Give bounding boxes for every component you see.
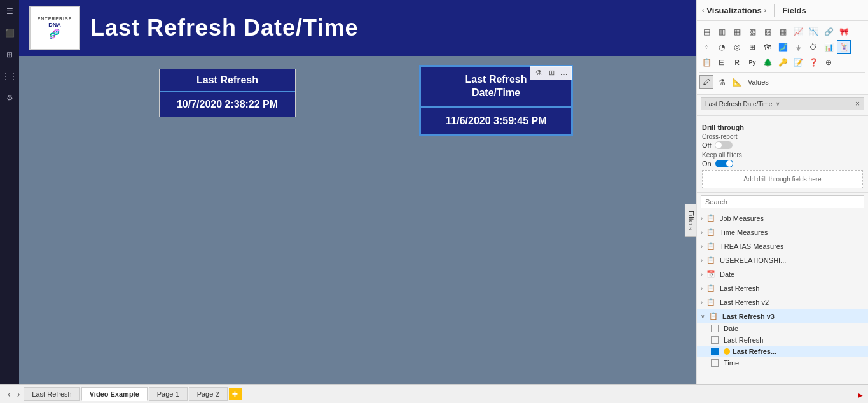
viz-ribbon[interactable]: 🎀 — [837, 25, 851, 39]
chevron-icon: › — [701, 299, 703, 306]
viz-clustered-bar[interactable]: ▥ — [715, 25, 729, 39]
right-panel: ‹ Visualizations › Fields ▤ ▥ ▦ ▧ ▨ ▩ 📈 … — [696, 0, 868, 384]
viz-r-visual[interactable]: R — [730, 55, 744, 69]
field-checkbox-date[interactable] — [711, 325, 719, 332]
viz-matrix[interactable]: ⊟ — [715, 55, 729, 69]
table-icon: 📋 — [706, 214, 715, 222]
tab-add-button[interactable]: + — [229, 388, 242, 400]
field-item-date[interactable]: Date — [697, 323, 868, 334]
field-checkbox-last-refresh[interactable] — [711, 336, 719, 344]
viz-scatter[interactable]: ⁘ — [699, 40, 713, 54]
chevron-icon: › — [701, 257, 703, 264]
viz-stacked-bar[interactable]: ▤ — [699, 25, 713, 39]
field-group-label: Last Refresh v3 — [722, 313, 775, 320]
field-group-header-time-measures[interactable]: › 📋 Time Measures — [697, 225, 868, 239]
left-sidebar: ☰ ⬛ ⊞ ⋮⋮ ⚙ — [0, 0, 19, 384]
viz-custom[interactable]: ⊕ — [822, 55, 836, 69]
keep-filters-toggle[interactable] — [715, 160, 733, 167]
card-last-refresh-header: Last Refresh — [160, 69, 295, 91]
field-group-header-last-refresh-v2[interactable]: › 📋 Last Refresh v2 — [697, 295, 868, 309]
filters-tab[interactable]: Filters — [685, 204, 696, 237]
field-group-header-userelationship[interactable]: › 📋 USERELATIONSHI... — [697, 253, 868, 267]
value-chip[interactable]: Last Refresh Date/Time ∨ × — [701, 97, 864, 110]
keep-filters-toggle-row: On — [702, 160, 863, 167]
fields-search-input[interactable] — [701, 195, 864, 208]
viz-treemap[interactable]: ⊞ — [745, 40, 759, 54]
viz-kpi[interactable]: 📊 — [822, 40, 836, 54]
field-group-header-treatas[interactable]: › 📋 TREATAS Measures — [697, 239, 868, 253]
viz-smart-narrative[interactable]: 📝 — [791, 55, 805, 69]
viz-decomp-tree[interactable]: 🌲 — [761, 55, 775, 69]
field-group-label: Last Refresh v2 — [720, 299, 769, 306]
sidebar-icon-menu[interactable]: ☰ — [3, 5, 16, 18]
card-more-btn[interactable]: ⊞ — [546, 67, 557, 78]
sidebar-icon-model[interactable]: ⋮⋮ — [3, 70, 16, 83]
sidebar-icon-report[interactable]: ⬛ — [3, 27, 16, 39]
field-checkbox-last-refres[interactable] — [711, 348, 719, 355]
tab-page-1[interactable]: Page 1 — [149, 387, 188, 401]
value-chip-dropdown[interactable]: ∨ — [776, 101, 780, 107]
tab-video-example[interactable]: Video Example — [81, 387, 148, 401]
card-last-refresh-datetime[interactable]: ⚗ ⊞ … Last Refresh Date/Time 11/6/2020 3… — [420, 66, 572, 136]
viz-map[interactable]: 🗺 — [761, 40, 775, 54]
viz-pie[interactable]: ◔ — [715, 40, 729, 54]
viz-format-icon[interactable]: 🖊 — [699, 75, 713, 89]
viz-line[interactable]: 📈 — [791, 25, 805, 39]
logo-text: ENTERPRISE DNA 🧬 — [38, 17, 72, 39]
field-group-header-date[interactable]: › 📅 Date — [697, 267, 868, 281]
viz-stacked-col[interactable]: ▧ — [745, 25, 759, 39]
report-header: ENTERPRISE DNA 🧬 Last Refresh Date/Time — [19, 0, 696, 56]
viz-row-3: 📋 ⊟ R Py 🌲 🔑 📝 ❓ ⊕ — [699, 55, 865, 69]
viz-analytics-icon[interactable]: 📐 — [730, 75, 744, 89]
card-last-refresh[interactable]: Last Refresh 10/7/2020 2:38:22 PM — [159, 69, 296, 117]
fields-section-toggle[interactable]: Fields — [782, 6, 806, 15]
viz-donut[interactable]: ◎ — [730, 40, 744, 54]
viz-card[interactable]: 🃏 — [837, 40, 851, 54]
field-group-treatas: › 📋 TREATAS Measures — [697, 239, 868, 253]
viz-line-stacked[interactable]: 🔗 — [822, 25, 836, 39]
fields-list: › 📋 Job Measures › 📋 Time Measures › 📋 T… — [697, 211, 868, 384]
visualizations-label: Visualizations — [706, 6, 761, 15]
field-item-label: Last Refres... — [733, 348, 776, 355]
viz-filter-icon[interactable]: ⚗ — [715, 75, 729, 89]
field-group-header-last-refresh[interactable]: › 📋 Last Refresh — [697, 281, 868, 295]
visualizations-section-toggle[interactable]: ‹ Visualizations › — [702, 6, 766, 15]
viz-choropleth[interactable]: 🗾 — [776, 40, 790, 54]
field-group-last-refresh: › 📋 Last Refresh — [697, 281, 868, 295]
cross-report-toggle[interactable] — [715, 141, 733, 149]
field-group-time-measures: › 📋 Time Measures — [697, 225, 868, 239]
viz-clustered-col[interactable]: ▨ — [761, 25, 775, 39]
field-group-label: Last Refresh — [720, 285, 759, 292]
drill-through-area[interactable]: Add drill-through fields here — [702, 170, 863, 188]
tab-nav-prev[interactable]: ‹ — [5, 389, 13, 399]
viz-100pct-bar[interactable]: ▦ — [730, 25, 744, 39]
viz-100pct-col[interactable]: ▩ — [776, 25, 790, 39]
viz-gauge[interactable]: ⏱ — [806, 40, 820, 54]
canvas-area: ENTERPRISE DNA 🧬 Last Refresh Date/Time … — [19, 0, 696, 384]
field-item-time[interactable]: Time — [697, 357, 868, 369]
viz-qa[interactable]: ❓ — [806, 55, 820, 69]
tab-nav-next[interactable]: › — [15, 389, 23, 399]
chevron-icon: › — [701, 215, 703, 222]
values-section: Last Refresh Date/Time ∨ × — [697, 95, 868, 116]
sidebar-icon-data[interactable]: ⊞ — [3, 48, 16, 61]
viz-funnel[interactable]: ⏚ — [791, 40, 805, 54]
viz-key-influencers[interactable]: 🔑 — [776, 55, 790, 69]
field-item-last-refresh[interactable]: Last Refresh — [697, 334, 868, 346]
value-chip-remove[interactable]: × — [855, 99, 860, 108]
viz-row-2: ⁘ ◔ ◎ ⊞ 🗺 🗾 ⏚ ⏱ 📊 🃏 — [699, 40, 865, 54]
viz-table[interactable]: 📋 — [699, 55, 713, 69]
chevron-left-icon: ‹ — [702, 7, 704, 14]
tab-last-refresh[interactable]: Last Refresh — [24, 387, 79, 401]
field-group-header-last-refresh-v3[interactable]: ∨ 📋 Last Refresh v3 — [697, 309, 868, 323]
card-options-btn[interactable]: … — [558, 67, 570, 78]
viz-python[interactable]: Py — [745, 55, 759, 69]
sidebar-icon-extra[interactable]: ⚙ — [3, 92, 16, 104]
card-filter-btn[interactable]: ⚗ — [533, 67, 544, 78]
company-logo: ENTERPRISE DNA 🧬 — [29, 6, 80, 50]
viz-area[interactable]: 📉 — [806, 25, 820, 39]
field-checkbox-time[interactable] — [711, 359, 719, 367]
field-group-header-job-measures[interactable]: › 📋 Job Measures — [697, 211, 868, 225]
tab-page-2[interactable]: Page 2 — [189, 387, 228, 401]
field-item-last-refres[interactable]: Last Refres... — [697, 346, 868, 357]
